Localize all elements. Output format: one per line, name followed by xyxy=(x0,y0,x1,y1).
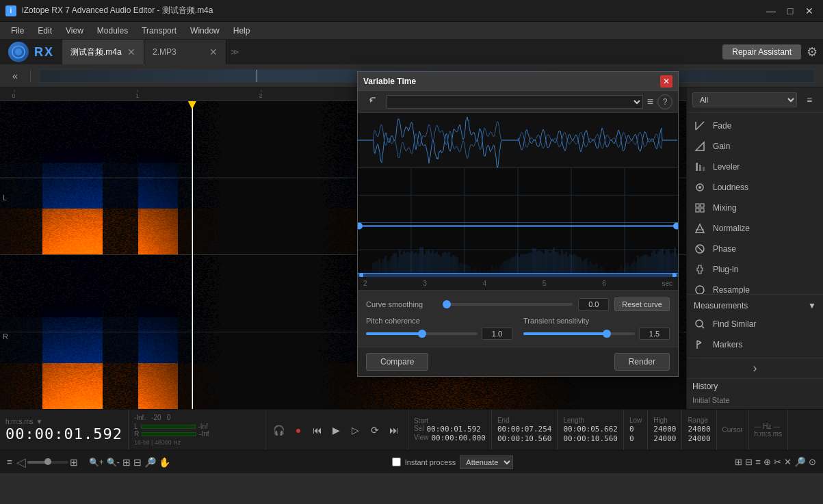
pitch-coherence-fill xyxy=(366,332,422,335)
measurements-header[interactable]: Measurements ▼ xyxy=(687,297,823,314)
close-button[interactable]: ✕ xyxy=(801,3,818,19)
module-item-plugin[interactable]: Plug-in xyxy=(687,259,823,280)
playhead xyxy=(192,101,193,409)
module-item-fade[interactable]: Fade xyxy=(687,116,823,136)
maximize-button[interactable]: □ xyxy=(782,3,798,19)
curve-smoothing-thumb[interactable] xyxy=(443,300,451,308)
range-left-handle[interactable] xyxy=(359,274,363,277)
modal-waveform-display xyxy=(358,113,678,168)
view-options-8[interactable]: ⊙ xyxy=(809,457,816,467)
fit-all-button[interactable]: ⊟ xyxy=(133,457,142,468)
meter-R-value: -Inf xyxy=(199,430,209,438)
zoom-search-button[interactable]: 🔎 xyxy=(144,457,156,468)
play-button[interactable]: ▶ xyxy=(328,422,345,438)
transient-sensitivity-thumb[interactable] xyxy=(603,330,611,338)
play-selection-button[interactable]: ▷ xyxy=(348,422,364,438)
transient-sensitivity-slider[interactable] xyxy=(523,332,635,335)
modal-help-button[interactable]: ? xyxy=(657,94,672,109)
instant-process-label[interactable]: Instant process xyxy=(405,458,456,466)
tab-file2[interactable]: 2.MP3 ✕ xyxy=(144,40,226,64)
view-options-2[interactable]: ⊟ xyxy=(745,457,753,467)
module-item-gain[interactable]: Gain xyxy=(687,136,823,157)
compare-button[interactable]: Compare xyxy=(366,353,428,371)
module-item-loudness[interactable]: Loudness xyxy=(687,177,823,198)
modules-filter-select[interactable]: All xyxy=(692,92,797,107)
menu-file[interactable]: File xyxy=(5,24,29,38)
view-options-1[interactable]: ⊞ xyxy=(735,457,742,467)
end-label: End xyxy=(497,416,551,424)
transient-sensitivity-label: Transient sensitivity xyxy=(523,317,670,325)
reset-curve-button[interactable]: Reset curve xyxy=(614,297,670,311)
svg-rect-12 xyxy=(696,209,699,212)
settings-icon[interactable]: ⚙ xyxy=(807,44,818,59)
sel-end-value: 00:00:07.254 xyxy=(497,425,551,434)
tab-file2-close[interactable]: ✕ xyxy=(209,47,218,57)
tab-file1-close[interactable]: ✕ xyxy=(127,47,135,57)
pitch-coherence-value[interactable] xyxy=(482,328,512,340)
time-format-dropdown-icon[interactable]: ▼ xyxy=(36,418,43,425)
module-item-normalize[interactable]: Normalize xyxy=(687,218,823,239)
module-item-leveler[interactable]: Leveler xyxy=(687,157,823,177)
module-item-markers[interactable]: Markers xyxy=(687,334,823,355)
expand-more-button[interactable]: › xyxy=(694,361,816,375)
view-options-4[interactable]: ⊕ xyxy=(763,457,771,467)
module-item-resample[interactable]: Resample xyxy=(687,280,823,294)
goto-start-button[interactable]: ⏮ xyxy=(309,422,326,438)
view-options-3[interactable]: ≡ xyxy=(755,457,761,467)
instant-process-checkbox[interactable] xyxy=(392,457,401,466)
pan-tool-button[interactable]: ✋ xyxy=(159,457,170,468)
audio-zoom-in-button[interactable]: ≡ xyxy=(7,457,12,467)
channel-mode-icon[interactable]: ⊞ xyxy=(70,457,78,468)
zoom-in-time-button[interactable]: 🔍+ xyxy=(89,457,104,467)
volume-down-icon[interactable]: ◁ xyxy=(16,455,26,470)
modal-menu-button[interactable]: ≡ xyxy=(647,96,653,108)
pitch-coherence-thumb[interactable] xyxy=(418,330,426,338)
modal-close-button[interactable]: ✕ xyxy=(660,75,672,88)
curve-smoothing-value[interactable] xyxy=(578,298,609,310)
tab-file1[interactable]: 测试音频.m4a ✕ xyxy=(62,40,144,64)
transport-controls: 🎧 ● ⏮ ▶ ▷ ⟳ ⏭ xyxy=(265,410,408,450)
view-options-5[interactable]: ✂ xyxy=(774,457,781,467)
repair-assistant-button[interactable]: Repair Assistant xyxy=(722,44,801,59)
pitch-coherence-slider[interactable] xyxy=(366,332,478,335)
svg-rect-13 xyxy=(701,209,704,212)
view-options-6[interactable]: ✕ xyxy=(784,457,792,467)
module-item-find-similar[interactable]: Find Similar xyxy=(687,314,823,334)
modal-undo-button[interactable] xyxy=(363,94,382,109)
view-options-7[interactable]: 🔎 xyxy=(794,457,806,467)
curve-editor[interactable] xyxy=(358,168,678,277)
modules-menu-button[interactable]: ≡ xyxy=(801,92,818,108)
menu-view[interactable]: View xyxy=(60,24,89,38)
module-item-mixing[interactable]: Mixing xyxy=(687,198,823,218)
minimize-button[interactable]: — xyxy=(763,3,779,19)
menu-edit[interactable]: Edit xyxy=(32,24,57,38)
render-button[interactable]: Render xyxy=(614,353,670,371)
headphones-button[interactable]: 🎧 xyxy=(271,422,287,438)
loop-button[interactable]: ⟳ xyxy=(367,422,383,438)
menu-window[interactable]: Window xyxy=(185,24,225,38)
record-button[interactable]: ● xyxy=(290,422,306,438)
collapse-panel-button[interactable]: « xyxy=(5,66,25,85)
ruler-tick-2: 2 xyxy=(259,92,263,99)
history-section: History Initial State xyxy=(687,378,823,409)
volume-slider-thumb[interactable] xyxy=(44,458,51,465)
transient-sensitivity-value[interactable] xyxy=(639,328,670,340)
find-similar-icon xyxy=(694,318,706,330)
menu-transport[interactable]: Transport xyxy=(136,24,182,38)
info-col-length: Length 00:00:05.662 00:00:10.560 xyxy=(558,410,623,450)
history-initial-state[interactable]: Initial State xyxy=(692,396,729,404)
pitch-coherence-label: Pitch coherence xyxy=(366,317,512,325)
attenuation-select[interactable]: Attenuate xyxy=(460,455,513,469)
goto-end-button[interactable]: ⏭ xyxy=(386,422,402,438)
range-right-handle[interactable] xyxy=(672,274,677,277)
curve-smoothing-slider[interactable] xyxy=(447,303,573,306)
view-low-value: 0 xyxy=(629,434,634,443)
menu-help[interactable]: Help xyxy=(228,24,256,38)
level-meters-area: -Inf. -20 0 L -Inf R -Inf 16-bit | 48000… xyxy=(129,410,265,450)
sel-label: Sel xyxy=(414,425,423,434)
module-item-phase[interactable]: Phase xyxy=(687,239,823,259)
zoom-out-time-button[interactable]: 🔍- xyxy=(107,457,120,467)
preset-select[interactable] xyxy=(387,95,643,109)
fit-selection-button[interactable]: ⊞ xyxy=(122,457,131,468)
menu-modules[interactable]: Modules xyxy=(92,24,133,38)
